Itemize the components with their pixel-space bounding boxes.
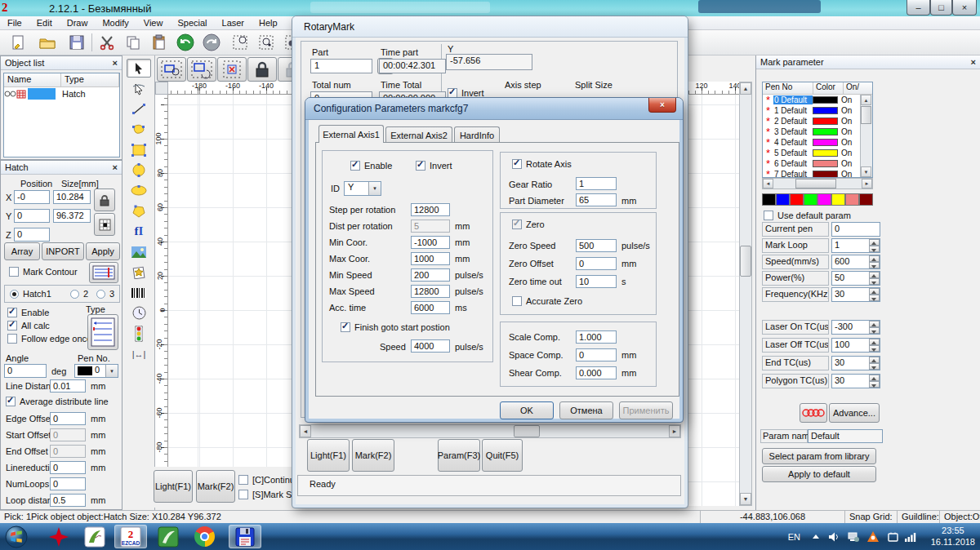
zero-offset-field[interactable]: 0 [576, 257, 617, 270]
scroll-right-icon[interactable]: ► [669, 425, 680, 437]
advance-button[interactable]: Advance... [829, 403, 880, 423]
spinner-control[interactable] [869, 357, 880, 370]
min-speed-field[interactable]: 200 [411, 268, 450, 282]
pen-color-swatch[interactable] [813, 149, 838, 157]
shear-comp--field[interactable]: 0.000 [576, 366, 617, 379]
kerning-tool-icon[interactable]: |↔| [127, 344, 151, 363]
pen-color-swatch[interactable] [813, 96, 838, 104]
redo-icon[interactable] [200, 32, 222, 53]
finish-goto-checkbox[interactable] [341, 322, 350, 332]
image-tool-icon[interactable] [127, 242, 151, 261]
taskbar-app-green-icon[interactable] [152, 525, 185, 548]
param-name-field[interactable]: Default [808, 429, 883, 443]
hatch3-radio-row[interactable]: 3 [96, 289, 114, 299]
pen-name[interactable]: 3 Default [773, 127, 813, 136]
numloops-field[interactable]: 0 [50, 477, 86, 490]
dialog-close-icon[interactable]: × [648, 98, 676, 113]
pen-hscroll-thumb[interactable] [795, 179, 836, 189]
rings-icon-button[interactable] [800, 403, 827, 423]
minimize-button[interactable]: – [906, 0, 930, 16]
spinner-up-icon[interactable] [869, 288, 880, 295]
spinner-down-icon[interactable] [869, 295, 880, 301]
close-button[interactable]: × [952, 0, 977, 16]
end-tc-us--field[interactable]: 30 [831, 356, 880, 370]
rotary-scroll-thumb[interactable] [514, 425, 540, 437]
pen-table-hscrollbar[interactable]: ◄ ► [762, 178, 873, 189]
circle-tool-icon[interactable] [127, 161, 151, 180]
pen-row[interactable]: *1 DefaultOn [763, 105, 872, 116]
pen-row[interactable]: *2 DefaultOn [763, 116, 872, 126]
polygon-tool-icon[interactable] [127, 202, 151, 220]
dialog-titlebar[interactable]: Configuration Parameters markcfg7 [305, 98, 683, 120]
linereduction-field[interactable]: 0 [50, 461, 86, 474]
palette-swatch[interactable] [762, 193, 776, 206]
spinner-down-icon[interactable] [869, 246, 880, 252]
speed-mm-s--field[interactable]: 600 [831, 255, 880, 269]
pen-name[interactable]: 6 Default [773, 159, 813, 168]
menu-special[interactable]: Special [170, 17, 214, 29]
spinner-down-icon[interactable] [869, 363, 880, 370]
spinner-up-icon[interactable] [869, 339, 880, 345]
all-calc-row[interactable]: All calc [7, 321, 50, 330]
main-mark-button[interactable]: Mark(F2) [196, 470, 235, 503]
text-tool-icon[interactable]: fI [127, 222, 151, 241]
chevron-down-icon[interactable]: ▼ [105, 365, 118, 377]
maximize-button[interactable]: □ [930, 0, 952, 16]
select-param-library-button[interactable]: Select param from library [762, 448, 876, 464]
pen-color-swatch[interactable] [813, 171, 838, 178]
pen-name[interactable]: 1 Default [773, 106, 813, 115]
scale-comp--field[interactable]: 1.000 [576, 330, 617, 344]
cut-scissors-icon[interactable] [96, 32, 118, 53]
mark-selected-checkbox[interactable] [238, 490, 248, 499]
spinner-up-icon[interactable] [869, 272, 880, 278]
menu-laser[interactable]: Laser [215, 17, 252, 29]
palette-swatch[interactable] [845, 193, 859, 206]
pen-no-dropdown[interactable]: 0 ▼ [74, 364, 118, 378]
delete-node-icon[interactable] [217, 57, 247, 82]
col-color[interactable]: Color [813, 82, 844, 94]
acc-time-field[interactable]: 6000 [411, 301, 450, 314]
mark-contour-row[interactable]: Mark Contour [9, 267, 78, 277]
menu-help[interactable]: Help [252, 17, 285, 29]
power--field[interactable]: 50 [831, 271, 880, 286]
use-default-row[interactable]: Use default param [764, 211, 851, 220]
pen-on-state[interactable]: On [841, 149, 852, 157]
scroll-right-icon[interactable]: ► [862, 179, 872, 189]
language-indicator[interactable]: EN [788, 532, 800, 542]
pen-name[interactable]: 4 Default [773, 138, 813, 147]
pen-on-state[interactable]: On [841, 138, 852, 147]
hatch-close-icon[interactable]: × [113, 162, 118, 172]
apply-to-default-button[interactable]: Apply to default [762, 466, 876, 482]
array-button[interactable]: Array [4, 242, 40, 260]
chevron-down-icon[interactable]: ▼ [368, 182, 381, 195]
rectangle-tool-icon[interactable] [127, 140, 151, 159]
node-edit-icon[interactable] [255, 32, 277, 53]
save-floppy-icon[interactable] [65, 32, 87, 53]
scroll-left-icon[interactable]: ◄ [300, 425, 311, 437]
ok-button[interactable]: OK [500, 401, 554, 419]
hatch3-radio[interactable] [96, 290, 105, 299]
menu-edit[interactable]: Edit [29, 17, 60, 29]
z-position-field[interactable]: 0 [14, 228, 50, 242]
menu-modify[interactable]: Modify [95, 17, 136, 29]
line-distance-field[interactable]: 0.01 [50, 379, 86, 393]
object-table[interactable]: Name Type Hatch [3, 73, 120, 157]
tray-expand-icon[interactable] [812, 523, 820, 550]
pen-on-state[interactable]: On [841, 106, 852, 115]
start-button[interactable] [2, 525, 31, 548]
pen-color-swatch[interactable] [813, 118, 838, 125]
io-signal-tool-icon[interactable] [127, 324, 151, 343]
pen-name[interactable]: 2 Default [773, 117, 813, 126]
barcode-tool-icon[interactable] [127, 283, 151, 302]
spinner-control[interactable] [869, 272, 880, 285]
pen-table-scrollbar[interactable]: ▲ ▼ [860, 95, 872, 177]
enable-row[interactable]: Enable [7, 308, 49, 317]
delay-clock-tool-icon[interactable] [127, 304, 151, 322]
object-list-close-icon[interactable]: × [113, 58, 118, 68]
scroll-up-icon[interactable]: ▲ [740, 82, 751, 95]
loop-distance-field[interactable]: 0.5 [50, 494, 86, 507]
pen-row[interactable]: *3 DefaultOn [763, 126, 872, 137]
main-light-button[interactable]: Light(F1) [154, 470, 193, 503]
taskbar-app-chrome-icon[interactable] [188, 525, 220, 548]
palette-swatch[interactable] [859, 193, 873, 206]
